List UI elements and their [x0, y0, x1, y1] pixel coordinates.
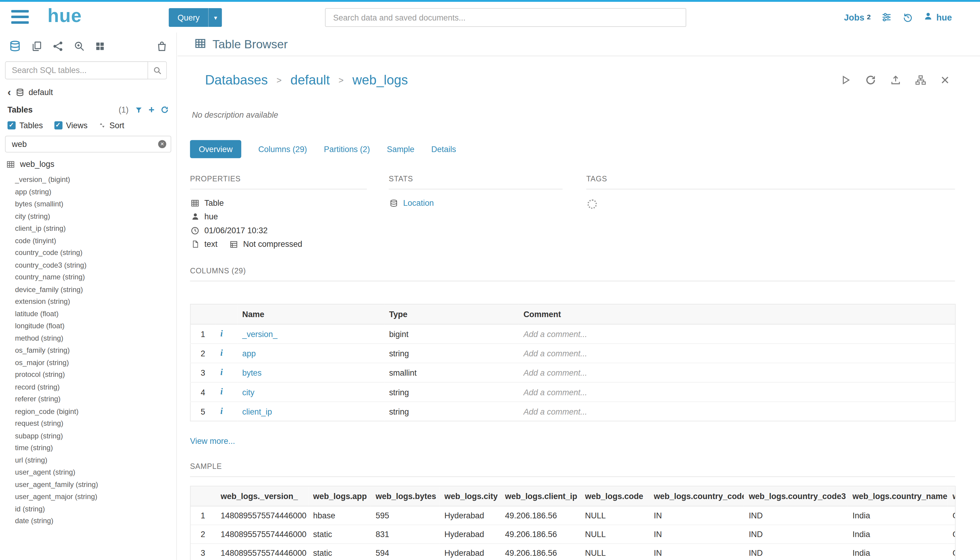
- database-name[interactable]: default: [29, 88, 53, 97]
- sidebar-column-item[interactable]: latitude (float): [15, 308, 176, 320]
- column-comment[interactable]: Add a comment...: [519, 382, 955, 402]
- sidebar-column-item[interactable]: city (string): [15, 210, 176, 222]
- jobs-label: Jobs: [844, 12, 865, 22]
- tab-overview[interactable]: Overview: [190, 140, 241, 158]
- breadcrumb-default[interactable]: default: [291, 72, 330, 88]
- sliders-icon[interactable]: [881, 12, 892, 22]
- sidebar-column-item[interactable]: user_agent_family (string): [15, 478, 176, 491]
- column-comment[interactable]: Add a comment...: [519, 363, 955, 382]
- history-icon[interactable]: [902, 12, 913, 22]
- sample-cell: IND: [744, 525, 848, 544]
- breadcrumb-web-logs[interactable]: web_logs: [352, 72, 408, 88]
- sidebar-column-item[interactable]: app (string): [15, 186, 176, 198]
- sidebar-column-item[interactable]: date (string): [15, 515, 176, 527]
- jobs-link[interactable]: Jobs 2: [844, 12, 871, 22]
- sidebar-column-item[interactable]: longitude (float): [15, 320, 176, 332]
- breadcrumb-databases[interactable]: Databases: [205, 72, 268, 88]
- info-icon[interactable]: i: [220, 407, 223, 416]
- sidebar-column-item[interactable]: bytes (smallint): [15, 198, 176, 210]
- info-icon[interactable]: i: [220, 387, 223, 397]
- sidebar-column-item[interactable]: user_agent_major (string): [15, 491, 176, 503]
- column-name-link[interactable]: client_ip: [242, 407, 272, 416]
- sample-column-header: web_logs.app: [308, 487, 371, 506]
- query-play-icon[interactable]: [840, 75, 851, 86]
- sidebar-column-item[interactable]: device_family (string): [15, 283, 176, 296]
- file-icon: [190, 240, 200, 248]
- sidebar-column-item[interactable]: os_major (string): [15, 357, 176, 369]
- sidebar-column-item[interactable]: code (tinyint): [15, 235, 176, 247]
- sidebar-column-item[interactable]: request (string): [15, 418, 176, 430]
- close-icon[interactable]: [940, 75, 950, 85]
- add-table-icon[interactable]: +: [148, 106, 154, 113]
- column-name-link[interactable]: app: [242, 348, 256, 358]
- compression-icon: [229, 240, 239, 248]
- tab-sample[interactable]: Sample: [387, 140, 414, 158]
- views-checkbox[interactable]: [54, 121, 62, 130]
- documents-icon[interactable]: [32, 41, 43, 52]
- sql-tables-search-input[interactable]: [5, 61, 148, 79]
- sample-table-container[interactable]: web_logs._version_web_logs.appweb_logs.b…: [190, 486, 955, 560]
- sidebar-column-item[interactable]: os_family (string): [15, 345, 176, 357]
- sort-label[interactable]: Sort: [110, 121, 124, 130]
- query-button[interactable]: Query ▾: [169, 8, 222, 27]
- hamburger-menu-icon[interactable]: [11, 10, 29, 24]
- view-more-link[interactable]: View more...: [190, 436, 235, 446]
- column-comment[interactable]: Add a comment...: [519, 402, 955, 421]
- apps-grid-icon[interactable]: [95, 41, 105, 51]
- table-filter-input[interactable]: [5, 136, 171, 153]
- refresh-tables-icon[interactable]: [161, 106, 169, 114]
- column-name-link[interactable]: city: [242, 387, 254, 397]
- upload-icon[interactable]: [890, 75, 901, 86]
- sidebar-column-item[interactable]: country_code (string): [15, 247, 176, 259]
- tab-details[interactable]: Details: [431, 140, 456, 158]
- sidebar-column-item[interactable]: protocol (string): [15, 369, 176, 381]
- info-icon[interactable]: i: [220, 348, 223, 358]
- tags-heading: TAGS: [586, 174, 955, 190]
- tab-partitions[interactable]: Partitions (2): [324, 140, 370, 158]
- basket-icon[interactable]: [156, 41, 167, 52]
- sample-cell: IND: [744, 506, 848, 525]
- sql-tables-search-button[interactable]: [148, 61, 167, 79]
- sidebar-column-item[interactable]: country_code3 (string): [15, 259, 176, 271]
- sidebar-column-item[interactable]: region_code (bigint): [15, 405, 176, 418]
- sample-cell: static: [308, 525, 371, 544]
- sample-cell: 595: [371, 506, 439, 525]
- query-dropdown-caret-icon[interactable]: ▾: [208, 8, 222, 27]
- sidebar-column-item[interactable]: url (string): [15, 454, 176, 466]
- filter-funnel-icon[interactable]: [135, 106, 142, 113]
- sql-source-icon[interactable]: [9, 40, 21, 52]
- sidebar-column-item[interactable]: time (string): [15, 442, 176, 454]
- sidebar-column-item[interactable]: extension (string): [15, 296, 176, 308]
- sidebar-table-web-logs[interactable]: web_logs: [0, 153, 176, 170]
- sidebar-column-item[interactable]: user_agent (string): [15, 467, 176, 478]
- table-actions: [840, 75, 950, 86]
- sidebar-column-item[interactable]: _version_ (bigint): [15, 174, 176, 186]
- sort-icon[interactable]: [99, 122, 106, 129]
- info-icon[interactable]: i: [220, 368, 223, 377]
- column-name-link[interactable]: bytes: [242, 368, 261, 377]
- column-comment[interactable]: Add a comment...: [519, 344, 955, 363]
- column-comment[interactable]: Add a comment...: [519, 324, 955, 343]
- sidebar-column-item[interactable]: client_ip (string): [15, 223, 176, 235]
- user-menu[interactable]: hue: [924, 12, 952, 22]
- tables-checkbox[interactable]: [8, 121, 16, 130]
- hue-logo[interactable]: hue: [47, 5, 82, 26]
- location-link[interactable]: Location: [403, 198, 434, 208]
- back-chevron-icon[interactable]: ‹: [8, 88, 11, 96]
- sidebar-column-item[interactable]: record (string): [15, 381, 176, 393]
- share-graph-icon[interactable]: [53, 41, 64, 52]
- sidebar-column-item[interactable]: referer (string): [15, 393, 176, 405]
- sidebar-column-item[interactable]: method (string): [15, 332, 176, 344]
- sidebar-column-item[interactable]: id (string): [15, 503, 176, 515]
- global-search-input[interactable]: [325, 8, 686, 27]
- tags-column: TAGS: [586, 174, 955, 249]
- sidebar-column-item[interactable]: country_name (string): [15, 271, 176, 283]
- column-name-link[interactable]: _version_: [242, 329, 278, 338]
- sitemap-icon[interactable]: [915, 75, 926, 86]
- tab-columns[interactable]: Columns (29): [258, 140, 307, 158]
- info-icon[interactable]: i: [220, 329, 223, 338]
- zoom-search-icon[interactable]: [74, 41, 85, 52]
- sidebar-column-item[interactable]: subapp (string): [15, 430, 176, 442]
- refresh-icon[interactable]: [865, 75, 876, 86]
- clear-filter-icon[interactable]: ✕: [158, 140, 166, 148]
